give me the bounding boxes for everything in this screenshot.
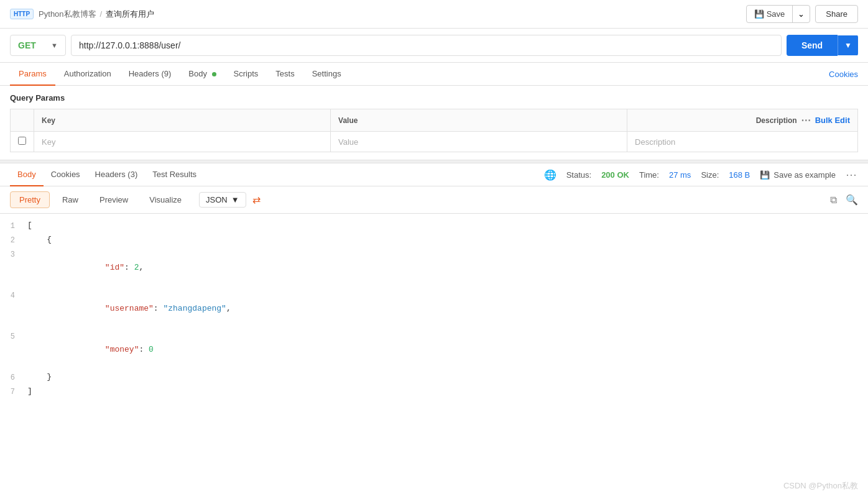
save-example-icon: 💾 — [760, 170, 770, 180]
url-bar: GET ▼ Send ▼ — [0, 29, 868, 63]
status-value: 200 OK — [601, 170, 629, 180]
code-line-6: 6 } — [0, 370, 868, 385]
size-label: Size: — [701, 170, 719, 180]
format-tab-preview[interactable]: Preview — [91, 192, 137, 208]
line-content: "money": 0 — [25, 329, 868, 370]
filter-icon[interactable]: ⇄ — [252, 194, 261, 206]
line-number: 6 — [0, 370, 25, 385]
tab-params[interactable]: Params — [10, 63, 55, 86]
response-more-icon[interactable]: ⋯ — [846, 168, 858, 181]
send-button[interactable]: Send — [787, 35, 838, 56]
more-dots-icon[interactable]: ⋯ — [801, 114, 811, 126]
breadcrumb: Python私教博客 / 查询所有用户 — [39, 9, 154, 20]
desc-cell[interactable]: Description — [627, 132, 858, 152]
format-tab-pretty[interactable]: Pretty — [10, 191, 50, 208]
response-tab-test-results[interactable]: Test Results — [145, 163, 204, 186]
chevron-down-icon: ▼ — [844, 41, 852, 50]
header: HTTP Python私教博客 / 查询所有用户 💾 Save ⌄ Share — [0, 0, 868, 29]
save-label: Save — [767, 9, 785, 19]
table-row: Key Value Description — [11, 132, 858, 152]
tab-headers[interactable]: Headers (9) — [120, 63, 180, 86]
globe-icon: 🌐 — [544, 169, 556, 181]
save-chevron-button[interactable]: ⌄ — [792, 6, 810, 22]
line-number: 3 — [0, 247, 25, 262]
format-tab-raw[interactable]: Raw — [53, 192, 87, 208]
line-number: 1 — [0, 219, 25, 233]
header-actions: 💾 Save ⌄ Share — [746, 5, 858, 23]
line-content: [ — [25, 219, 868, 232]
description-label: Description — [756, 116, 797, 125]
response-tab-body[interactable]: Body — [10, 163, 44, 186]
copy-icon[interactable]: ⧉ — [830, 194, 837, 206]
tab-tests[interactable]: Tests — [267, 63, 303, 86]
response-tab-headers[interactable]: Headers (3) — [88, 163, 145, 186]
status-label: Status: — [566, 170, 591, 180]
method-select[interactable]: GET ▼ — [10, 35, 66, 56]
line-content: { — [25, 233, 868, 247]
response-meta: 🌐 Status: 200 OK Time: 27 ms Size: 168 B… — [544, 168, 858, 181]
format-tab-visualize[interactable]: Visualize — [141, 192, 190, 208]
code-line-7: 7 ] — [0, 385, 868, 399]
share-button[interactable]: Share — [815, 5, 858, 23]
save-example-label: Save as example — [773, 170, 836, 180]
chevron-down-icon: ▼ — [231, 195, 239, 204]
key-col-header: Key — [34, 109, 331, 132]
save-button[interactable]: 💾 Save — [747, 6, 793, 22]
desc-col-header: Description ⋯ Bulk Edit — [627, 109, 858, 132]
params-section: Query Params Key Value Description ⋯ Bul… — [0, 86, 868, 152]
code-line-5: 5 "money": 0 — [0, 329, 868, 370]
size-value: 168 B — [729, 170, 750, 180]
bulk-edit-link[interactable]: Bulk Edit — [815, 116, 850, 125]
line-number: 5 — [0, 329, 25, 344]
line-content: } — [25, 370, 868, 384]
code-line-3: 3 "id": 2, — [0, 247, 868, 288]
format-toolbar: Pretty Raw Preview Visualize JSON ▼ ⇄ ⧉ … — [0, 186, 868, 214]
json-format-select[interactable]: JSON ▼ — [199, 192, 246, 208]
code-area: 1 [ 2 { 3 "id": 2, 4 "username": "zhangd… — [0, 214, 868, 478]
response-section: Body Cookies Headers (3) Test Results 🌐 … — [0, 163, 868, 494]
chevron-down-icon: ⌄ — [798, 9, 805, 19]
method-value: GET — [18, 40, 36, 50]
value-cell[interactable]: Value — [331, 132, 627, 152]
code-line-2: 2 { — [0, 233, 868, 247]
line-content: ] — [25, 385, 868, 398]
line-number: 7 — [0, 385, 25, 399]
line-content: "username": "zhangdapeng", — [25, 288, 868, 329]
code-line-1: 1 [ — [0, 219, 868, 233]
time-label: Time: — [639, 170, 659, 180]
search-icon[interactable]: 🔍 — [846, 194, 858, 206]
tab-authorization[interactable]: Authorization — [55, 63, 120, 86]
response-tab-cookies[interactable]: Cookies — [44, 163, 88, 186]
row-checkbox-cell — [11, 132, 34, 152]
value-col-header: Value — [331, 109, 627, 132]
body-dot — [212, 72, 216, 76]
request-tabs: Params Authorization Headers (9) Body Sc… — [0, 63, 868, 86]
save-icon: 💾 — [754, 9, 764, 19]
cookies-link[interactable]: Cookies — [829, 70, 858, 79]
breadcrumb-parent[interactable]: Python私教博客 — [39, 9, 96, 20]
send-chevron-button[interactable]: ▼ — [838, 35, 858, 55]
method-chevron-icon: ▼ — [51, 42, 58, 49]
params-table: Key Value Description ⋯ Bulk Edit Key Va… — [10, 109, 858, 152]
watermark: CSDN @Python私教 — [0, 478, 868, 494]
line-content: "id": 2, — [25, 247, 868, 288]
response-tabs: Body Cookies Headers (3) Test Results 🌐 … — [0, 163, 868, 186]
line-number: 2 — [0, 233, 25, 247]
json-format-value: JSON — [206, 195, 228, 204]
breadcrumb-separator: / — [100, 9, 103, 19]
save-button-group: 💾 Save ⌄ — [746, 5, 811, 23]
tab-body[interactable]: Body — [180, 63, 224, 86]
tab-settings[interactable]: Settings — [303, 63, 350, 86]
tab-scripts[interactable]: Scripts — [225, 63, 267, 86]
code-line-4: 4 "username": "zhangdapeng", — [0, 288, 868, 329]
line-number: 4 — [0, 288, 25, 303]
query-params-title: Query Params — [10, 93, 858, 103]
key-cell[interactable]: Key — [34, 132, 331, 152]
url-input[interactable] — [71, 35, 782, 56]
save-as-example-button[interactable]: 💾 Save as example — [760, 170, 836, 180]
http-badge: HTTP — [10, 9, 34, 19]
checkbox-col-header — [11, 109, 34, 132]
breadcrumb-current: 查询所有用户 — [106, 9, 154, 20]
row-checkbox[interactable] — [18, 137, 26, 145]
send-button-group: Send ▼ — [787, 35, 858, 56]
